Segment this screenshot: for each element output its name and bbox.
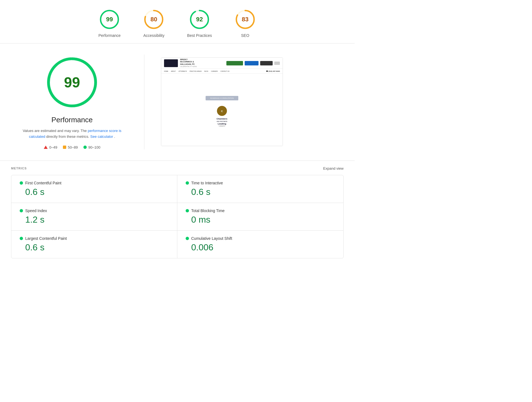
score-description: Values are estimated and may vary. The p… xyxy=(22,128,122,140)
sim-nav-practice: PRACTICE AREAS xyxy=(190,70,201,72)
sim-nav-contact: CONTACT US xyxy=(221,70,229,72)
desc-end: . xyxy=(114,134,115,139)
sim-phone: ☎ (312) 427-6163 xyxy=(266,70,280,72)
sim-flag xyxy=(274,62,280,65)
scores-bar: 99 Performance 80 Accessibility 92 Best … xyxy=(0,0,355,44)
metric-tbt-dot xyxy=(186,209,189,212)
score-item-best-practices: 92 Best Practices xyxy=(187,8,212,38)
sim-header: MINSKYMcCORMICK &HALLAGAN, PCCELEBRATING… xyxy=(161,58,283,69)
score-circle-best-practices: 92 xyxy=(188,8,211,30)
score-circle-performance: 99 xyxy=(98,8,121,30)
metrics-section: METRICS Expand view First Contentful Pai… xyxy=(0,161,355,269)
triangle-icon xyxy=(44,146,48,149)
circle-icon xyxy=(83,146,87,149)
metric-tti-label: Time to Interactive xyxy=(191,181,223,185)
legend-red-range: 0–49 xyxy=(49,145,57,149)
legend-red: 0–49 xyxy=(44,145,57,149)
sim-login-btn xyxy=(260,61,273,65)
sim-nav-about: ABOUT xyxy=(171,70,176,72)
legend-green-range: 90–100 xyxy=(88,145,100,149)
score-item-seo: 83 SEO xyxy=(234,8,256,38)
metric-tbt: Total Blocking Time 0 ms xyxy=(177,203,343,231)
metric-tbt-value: 0 ms xyxy=(186,215,335,225)
score-circle-seo: 83 xyxy=(234,8,256,30)
metric-tti-value: 0.6 s xyxy=(186,187,335,197)
vertical-divider xyxy=(144,55,144,149)
metric-cls-label: Cumulative Layout Shift xyxy=(191,236,232,241)
score-item-accessibility: 80 Accessibility xyxy=(143,8,165,38)
metric-fcp-dot xyxy=(20,181,23,185)
score-number-best-practices: 92 xyxy=(196,16,203,23)
metric-cls-value: 0.006 xyxy=(186,242,335,253)
square-icon xyxy=(63,146,66,149)
right-panel: MINSKYMcCORMICK &HALLAGAN, PCCELEBRATING… xyxy=(161,55,338,146)
sim-nav xyxy=(226,61,280,65)
score-label-seo: SEO xyxy=(241,33,249,38)
metric-lcp-value: 0.6 s xyxy=(20,242,169,253)
sim-logo-box xyxy=(164,59,178,67)
website-preview: MINSKYMcCORMICK &HALLAGAN, PCCELEBRATING… xyxy=(161,57,283,146)
metric-si-label: Speed Index xyxy=(25,208,47,213)
svg-text:C: C xyxy=(221,110,223,113)
sim-chambers-logo: C xyxy=(217,106,227,116)
score-number-accessibility: 80 xyxy=(150,16,157,23)
sim-cta-btn: SCHEDULE A CONSULTATION xyxy=(206,96,238,100)
metric-fcp-label: First Contentful Paint xyxy=(25,181,62,185)
metric-cls-dot xyxy=(186,237,189,240)
sim-subnav: HOME ABOUT ATTORNEYS PRACTICE AREAS BLOG… xyxy=(161,69,283,74)
sim-sub-text: Lawyers xyxy=(219,125,225,127)
metric-fcp-label-row: First Contentful Paint xyxy=(20,181,169,185)
metric-lcp-dot xyxy=(20,237,23,240)
sim-chambers-text: ChambersAND PARTNERS xyxy=(216,118,227,123)
website-preview-inner: MINSKYMcCORMICK &HALLAGAN, PCCELEBRATING… xyxy=(161,58,283,146)
desc-directly: directly from these metrics. xyxy=(46,134,89,139)
main-content: 99 Performance Values are estimated and … xyxy=(0,44,355,161)
metric-si: Speed Index 1.2 s xyxy=(11,203,177,231)
sim-schedule-btn xyxy=(226,61,243,65)
metric-si-value: 1.2 s xyxy=(20,215,169,225)
sim-nav-blog: BLOG xyxy=(204,70,208,72)
sim-nav-home: HOME xyxy=(164,70,168,72)
metric-si-dot xyxy=(20,209,23,212)
legend: 0–49 50–89 90–100 xyxy=(44,145,100,149)
big-score-number: 99 xyxy=(64,74,80,91)
metric-cls: Cumulative Layout Shift 0.006 xyxy=(177,231,343,258)
metric-fcp: First Contentful Paint 0.6 s xyxy=(11,175,177,203)
big-score-title: Performance xyxy=(52,116,93,124)
score-label-accessibility: Accessibility xyxy=(143,33,164,38)
metric-tti-label-row: Time to Interactive xyxy=(186,181,335,185)
left-panel: 99 Performance Values are estimated and … xyxy=(17,55,127,149)
metric-tti: Time to Interactive 0.6 s xyxy=(177,175,343,203)
desc-start: Values are estimated and may vary. The xyxy=(23,129,87,133)
metrics-grid: First Contentful Paint 0.6 s Time to Int… xyxy=(11,175,344,258)
sim-payment-btn xyxy=(245,61,259,65)
big-score-circle: 99 xyxy=(44,55,100,110)
sim-logo-text: MINSKYMcCORMICK &HALLAGAN, PCCELEBRATING… xyxy=(180,58,197,68)
metric-lcp-label: Largest Contentful Paint xyxy=(25,236,67,241)
score-item-performance: 99 Performance xyxy=(98,8,121,38)
sim-nav-careers: CAREERS xyxy=(211,70,218,72)
metric-si-label-row: Speed Index xyxy=(20,208,169,213)
sim-leading-text: Leading xyxy=(218,123,226,125)
metrics-title: METRICS xyxy=(11,167,27,170)
score-label-performance: Performance xyxy=(98,33,121,38)
metric-cls-label-row: Cumulative Layout Shift xyxy=(186,236,335,241)
legend-orange: 50–89 xyxy=(63,145,78,149)
metric-tbt-label-row: Total Blocking Time xyxy=(186,208,335,213)
metric-lcp: Largest Contentful Paint 0.6 s xyxy=(11,231,177,258)
legend-orange-range: 50–89 xyxy=(68,145,78,149)
metric-tbt-label: Total Blocking Time xyxy=(191,208,225,213)
metric-fcp-value: 0.6 s xyxy=(20,187,169,197)
score-number-seo: 83 xyxy=(242,16,249,23)
calculator-link[interactable]: See calculator xyxy=(90,134,113,139)
metrics-header: METRICS Expand view xyxy=(11,166,344,171)
score-circle-accessibility: 80 xyxy=(143,8,165,30)
score-label-best-practices: Best Practices xyxy=(187,33,212,38)
score-number-performance: 99 xyxy=(106,16,113,23)
legend-green: 90–100 xyxy=(83,145,100,149)
metric-lcp-label-row: Largest Contentful Paint xyxy=(20,236,169,241)
sim-nav-attorneys: ATTORNEYS xyxy=(178,70,187,72)
metric-tti-dot xyxy=(186,181,189,185)
expand-view-button[interactable]: Expand view xyxy=(323,166,344,171)
sim-body: SCHEDULE A CONSULTATION C ChambersAND PA… xyxy=(161,74,283,135)
